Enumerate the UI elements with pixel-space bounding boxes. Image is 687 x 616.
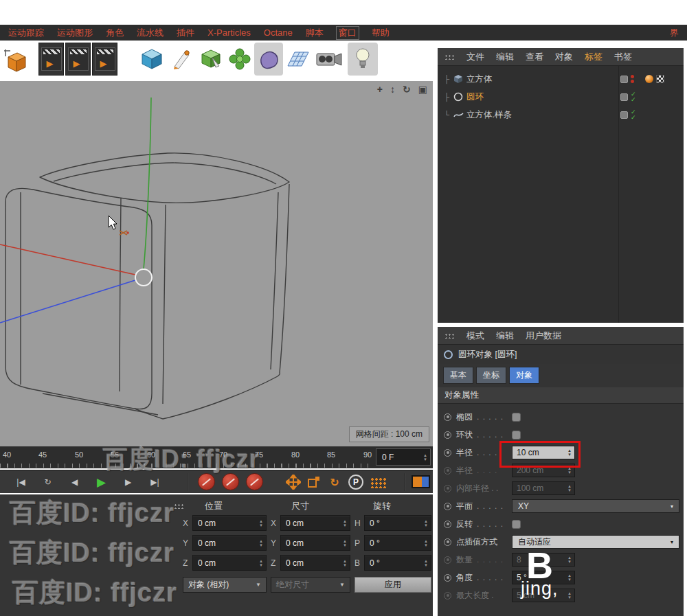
play-button[interactable]: ▶ (90, 473, 113, 491)
spinner-icon[interactable]: ▴▾ (341, 536, 349, 549)
om-menu-tags[interactable]: 标签 (585, 51, 602, 63)
inner-radius-field[interactable]: 100 cm▴▾ (512, 481, 575, 495)
plane-select[interactable]: XY▾ (512, 499, 679, 513)
plane-grid-button[interactable] (284, 43, 313, 76)
record-rotation-button[interactable] (246, 473, 263, 490)
anim-dot-icon[interactable] (444, 556, 451, 564)
current-frame-field[interactable]: 0 F ▴▾ (376, 448, 431, 466)
panel-grip-icon[interactable] (444, 332, 455, 339)
tree-connector[interactable]: ├ (442, 93, 452, 101)
next-frame-button[interactable]: ▶ (117, 473, 139, 491)
editor-visibility-dot[interactable] (631, 75, 634, 78)
reverse-checkbox[interactable] (512, 520, 521, 529)
spinner-icon[interactable]: ▴▾ (565, 554, 574, 565)
apply-button[interactable]: 应用 (354, 577, 431, 593)
rotation-b-field[interactable]: 0 °▴▾ (364, 555, 431, 571)
spinner-icon[interactable]: ▴▾ (422, 536, 430, 549)
om-menu-objects[interactable]: 对象 (555, 51, 573, 63)
spinner-icon[interactable]: ▴▾ (257, 556, 265, 569)
position-y-field[interactable]: 0 cm▴▾ (192, 535, 267, 551)
cube-primitive-button[interactable] (137, 43, 166, 76)
anim-dot-icon[interactable] (444, 413, 451, 421)
light-button[interactable] (348, 43, 378, 76)
object-row-circle[interactable]: ├ 圆环 ✓✓ (438, 88, 684, 106)
record-position-button[interactable] (198, 473, 215, 490)
modeling-pen-button[interactable] (196, 43, 225, 76)
radius-y-field[interactable]: 200 cm▴▾ (512, 464, 575, 477)
anim-dot-icon[interactable] (444, 467, 451, 475)
scale-icon[interactable] (307, 475, 321, 489)
loop-button[interactable]: ↻ (36, 473, 59, 491)
om-menu-view[interactable]: 查看 (526, 51, 543, 63)
axis-cube-icon[interactable] (1, 43, 32, 76)
anim-dot-icon[interactable] (444, 538, 451, 546)
number-field[interactable]: 8▴▾ (512, 553, 575, 567)
menu-item-character[interactable]: 角色 (106, 27, 124, 39)
spinner-icon[interactable]: ▴▾ (257, 536, 265, 549)
max-length-field[interactable]: 5 cm▴▾ (512, 589, 575, 602)
menu-item-script[interactable]: 脚本 (306, 27, 324, 39)
menu-item-motion-tracking[interactable]: 运动跟踪 (8, 27, 44, 39)
size-z-field[interactable]: 0 cm▴▾ (280, 555, 350, 571)
enabled-check-icon[interactable]: ✓ (631, 115, 636, 120)
layer-chip-icon[interactable] (620, 111, 628, 119)
size-x-field[interactable]: 0 cm▴▾ (280, 515, 350, 531)
anim-dot-icon[interactable] (444, 449, 451, 457)
pen-spline-button[interactable] (167, 43, 196, 76)
zoom-icon[interactable]: ↕ (390, 84, 395, 95)
menu-item-x-particles[interactable]: X-Particles (207, 27, 251, 38)
panel-grip-icon[interactable] (173, 503, 184, 509)
tab-object[interactable]: 对象 (509, 367, 539, 384)
spline-smooth-button[interactable] (254, 43, 283, 76)
tab-coordinates[interactable]: 坐标 (476, 367, 506, 384)
size-mode-select[interactable]: 绝对尺寸▼ (271, 577, 350, 593)
object-row-cube[interactable]: ├ 立方体 (438, 70, 684, 88)
spinner-icon[interactable]: ▴▾ (565, 465, 574, 476)
coordinate-p-icon[interactable]: P (348, 475, 363, 490)
menu-item-mograph[interactable]: 运动图形 (57, 27, 93, 39)
layer-chip-icon[interactable] (620, 93, 628, 101)
move-icon[interactable] (286, 475, 301, 490)
visibility-toggles[interactable] (620, 75, 634, 83)
spinner-icon[interactable]: ▴▾ (341, 516, 349, 529)
rotate-tool-icon[interactable]: ↻ (327, 473, 342, 491)
rotate-icon[interactable]: ↻ (403, 84, 411, 95)
viewport-3d[interactable]: + ↕ ↻ ▣ 网格间距 : 100 cm (0, 81, 433, 446)
ellipse-checkbox[interactable] (512, 413, 521, 422)
record-scale-button[interactable] (222, 473, 239, 490)
anim-dot-icon[interactable] (444, 592, 451, 600)
menu-item-help[interactable]: 帮助 (372, 27, 390, 39)
tab-basic[interactable]: 基本 (443, 367, 473, 384)
motion-clip-3-button[interactable] (92, 43, 117, 76)
rotation-p-field[interactable]: 0 °▴▾ (364, 535, 431, 551)
object-tags[interactable] (645, 75, 664, 83)
am-menu-mode[interactable]: 模式 (466, 330, 484, 342)
size-y-field[interactable]: 0 cm▴▾ (280, 535, 350, 551)
spinner-icon[interactable]: ▴▾ (565, 447, 574, 458)
spinner-icon[interactable]: ▴▾ (421, 450, 429, 464)
anim-dot-icon[interactable] (444, 521, 451, 528)
pan-icon[interactable]: + (377, 84, 383, 95)
enabled-check-icon[interactable]: ✓ (631, 97, 636, 102)
coordinate-mode-select[interactable]: 对象 (相对)▼ (183, 577, 267, 593)
go-to-start-button[interactable]: |◀ (10, 473, 32, 491)
layer-chip-icon[interactable] (620, 76, 628, 83)
menu-item-octane[interactable]: Octane (264, 27, 293, 38)
spinner-icon[interactable]: ▴▾ (422, 516, 430, 529)
array-generator-button[interactable] (225, 43, 254, 76)
motion-clip-2-button[interactable] (65, 43, 91, 76)
spinner-icon[interactable]: ▴▾ (565, 572, 574, 583)
dot-grid-icon[interactable] (370, 477, 386, 488)
position-x-field[interactable]: 0 cm▴▾ (192, 515, 267, 531)
anim-dot-icon[interactable] (444, 431, 451, 439)
om-menu-file[interactable]: 文件 (466, 51, 484, 63)
ring-checkbox[interactable] (512, 431, 521, 440)
menu-item-pipeline[interactable]: 流水线 (137, 27, 164, 39)
spinner-icon[interactable]: ▴▾ (257, 516, 265, 529)
texture-tag-icon[interactable] (656, 75, 664, 83)
om-menu-edit[interactable]: 编辑 (496, 51, 514, 63)
tree-connector[interactable]: └ (442, 111, 452, 119)
om-menu-bookmarks[interactable]: 书签 (614, 51, 632, 63)
spinner-icon[interactable]: ▴▾ (565, 590, 574, 601)
angle-field[interactable]: 5 °▴▾ (512, 571, 575, 584)
